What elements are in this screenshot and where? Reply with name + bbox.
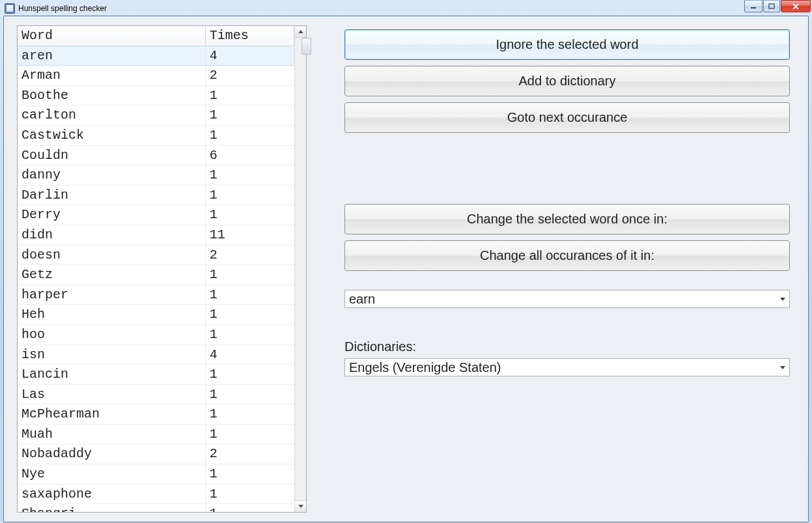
application-icon	[5, 3, 15, 14]
cell-word: Boothe	[18, 85, 205, 106]
cell-times: 2	[205, 66, 294, 86]
table-row[interactable]: Boothe1	[18, 85, 294, 106]
chevron-down-icon	[780, 366, 785, 369]
cell-times: 1	[205, 504, 294, 512]
cell-times: 1	[205, 285, 294, 305]
add-dict-button[interactable]: Add to dictionary	[344, 66, 790, 96]
scroll-up-button[interactable]	[295, 26, 306, 38]
table-row[interactable]: Couldn6	[18, 145, 294, 165]
minimize-icon	[750, 3, 757, 10]
cell-times: 1	[205, 324, 294, 345]
cell-word: Couldn	[18, 145, 205, 165]
table-row[interactable]: doesn2	[18, 245, 294, 265]
maximize-icon	[768, 3, 775, 10]
spacer	[344, 277, 790, 290]
table-header-row[interactable]: Word Times	[18, 26, 294, 46]
column-header-word[interactable]: Word	[18, 26, 205, 46]
client-area: Word Times aren4Arman2Boothe1carlton1Cas…	[3, 16, 809, 522]
cell-times: 1	[205, 205, 294, 225]
cell-times: 1	[205, 424, 294, 444]
cell-word: Nye	[18, 464, 205, 485]
cell-times: 1	[205, 106, 294, 126]
table-row[interactable]: Shangri1	[18, 504, 294, 512]
table-row[interactable]: hoo1	[18, 324, 294, 345]
cell-times: 1	[205, 125, 294, 145]
cell-times: 11	[205, 225, 294, 245]
cell-word: hoo	[18, 324, 205, 345]
table-row[interactable]: Castwick1	[18, 125, 294, 145]
dictionaries-label: Dictionaries:	[344, 339, 790, 354]
cell-word: Las	[18, 384, 205, 404]
suggestion-combo[interactable]: earn	[344, 290, 790, 308]
table-row[interactable]: McPhearman1	[18, 404, 294, 425]
cell-times: 2	[205, 444, 294, 464]
cell-times: 1	[205, 384, 294, 404]
cell-word: harper	[18, 285, 205, 305]
cell-word: Arman	[18, 66, 205, 86]
change-all-button[interactable]: Change all occurances of it in:	[344, 240, 790, 271]
table-row[interactable]: aren4	[18, 46, 294, 66]
window-frame: Hunspell spelling checker	[0, 0, 812, 523]
cell-times: 1	[205, 185, 294, 205]
scroll-thumb[interactable]	[301, 38, 311, 55]
goto-next-button[interactable]: Goto next occurance	[344, 102, 790, 133]
cell-word: isn	[18, 345, 205, 365]
table-row[interactable]: didn11	[18, 225, 294, 245]
table-row[interactable]: harper1	[18, 285, 294, 305]
table-row[interactable]: danny1	[18, 165, 294, 186]
cell-times: 1	[205, 305, 294, 325]
vertical-scrollbar[interactable]	[294, 26, 306, 512]
table-row[interactable]: Arman2	[18, 66, 294, 86]
spacer	[344, 139, 790, 204]
cell-word: Getz	[18, 265, 205, 285]
cell-times: 1	[205, 265, 294, 285]
cell-times: 2	[205, 245, 294, 265]
cell-word: Derry	[18, 205, 205, 225]
window-title: Hunspell spelling checker	[18, 4, 107, 13]
table-row[interactable]: Lancin1	[18, 365, 294, 385]
table-row[interactable]: carlton1	[18, 106, 294, 126]
table-row[interactable]: Muah1	[18, 424, 294, 444]
change-once-button[interactable]: Change the selected word once in:	[344, 204, 790, 234]
scroll-down-button[interactable]	[295, 500, 306, 512]
cell-times: 1	[205, 464, 294, 485]
cell-word: McPhearman	[18, 404, 205, 425]
cell-word: Muah	[18, 424, 205, 444]
combo-arrow[interactable]	[777, 361, 788, 374]
close-icon	[792, 3, 800, 10]
cell-word: Lancin	[18, 365, 205, 385]
arrow-up-icon	[298, 30, 303, 33]
cell-times: 6	[205, 145, 294, 165]
actions-panel: Ignore the selected word Add to dictiona…	[344, 25, 790, 513]
cell-word: aren	[18, 46, 205, 66]
words-table-body: Word Times aren4Arman2Boothe1carlton1Cas…	[18, 26, 294, 512]
words-table-container: Word Times aren4Arman2Boothe1carlton1Cas…	[17, 25, 307, 513]
table-row[interactable]: Nye1	[18, 464, 294, 485]
dictionaries-combo[interactable]: Engels (Verenigde Staten)	[344, 358, 790, 376]
table-row[interactable]: Getz1	[18, 265, 294, 285]
table-row[interactable]: Derry1	[18, 205, 294, 225]
table-row[interactable]: Heh1	[18, 305, 294, 325]
cell-word: Castwick	[18, 125, 205, 145]
column-header-times[interactable]: Times	[205, 26, 294, 46]
cell-word: doesn	[18, 245, 205, 265]
titlebar[interactable]: Hunspell spelling checker	[3, 3, 809, 14]
cell-word: danny	[18, 165, 205, 186]
cell-word: Darlin	[18, 185, 205, 205]
combo-arrow[interactable]	[777, 292, 788, 305]
minimize-button[interactable]	[744, 0, 763, 12]
table-row[interactable]: saxaphone1	[18, 484, 294, 504]
maximize-button[interactable]	[763, 0, 780, 12]
cell-word: Nobadaddy	[18, 444, 205, 464]
cell-times: 4	[205, 46, 294, 66]
table-row[interactable]: isn4	[18, 345, 294, 365]
cell-times: 1	[205, 404, 294, 425]
table-row[interactable]: Las1	[18, 384, 294, 404]
cell-word: Shangri	[18, 504, 205, 512]
close-button[interactable]	[781, 0, 811, 12]
ignore-button[interactable]: Ignore the selected word	[344, 29, 790, 60]
chevron-down-icon	[780, 298, 785, 301]
table-row[interactable]: Nobadaddy2	[18, 444, 294, 464]
words-table[interactable]: Word Times aren4Arman2Boothe1carlton1Cas…	[18, 26, 294, 512]
table-row[interactable]: Darlin1	[18, 185, 294, 205]
